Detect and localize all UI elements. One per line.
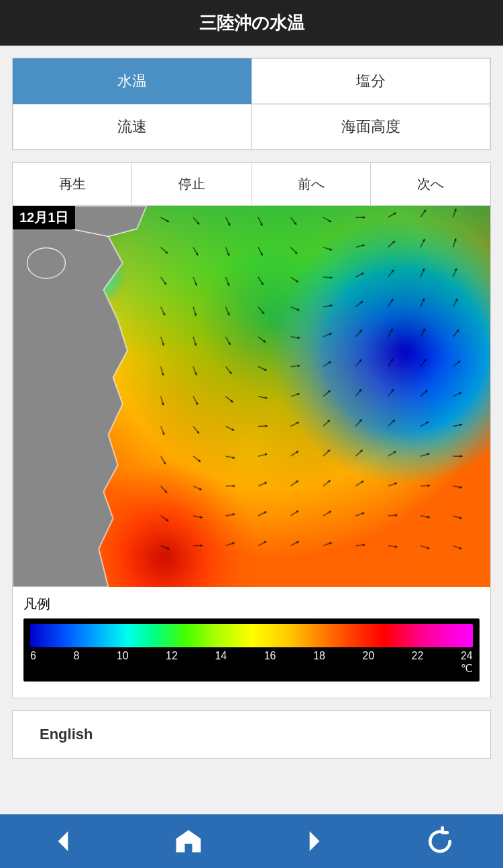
legend-title: 凡例 [23,595,480,613]
stop-button[interactable]: 停止 [132,163,252,205]
tab-grid: 水温 塩分 流速 海面高度 [12,58,491,150]
tab-enso[interactable]: 塩分 [252,58,490,104]
legend-gradient-canvas [30,624,473,647]
home-button[interactable] [174,826,203,856]
playback-controls: 再生 停止 前へ 次へ [13,163,490,206]
page-header: 三陸沖の水温 [0,0,503,46]
legend-section: 凡例 6 8 10 12 14 16 18 20 22 24℃ [13,587,490,687]
bottom-nav [0,814,503,868]
refresh-icon [425,826,455,856]
main-content: 水温 塩分 流速 海面高度 再生 停止 前へ 次へ [0,46,503,814]
legend-labels: 6 8 10 12 14 16 18 20 22 24℃ [30,650,473,675]
refresh-button[interactable] [425,826,455,856]
ocean-map [13,206,490,587]
forward-icon [300,826,329,856]
tab-kaimen[interactable]: 海面高度 [252,104,490,150]
english-section: English [12,710,491,759]
legend-bar: 6 8 10 12 14 16 18 20 22 24℃ [23,618,480,682]
map-container: 12月1日 [13,206,490,587]
svg-marker-1 [309,831,319,851]
svg-marker-0 [58,831,68,851]
page-title: 三陸沖の水温 [199,11,304,35]
back-icon [48,826,78,856]
play-button[interactable]: 再生 [13,163,132,205]
legend-max-value: 24℃ [461,650,473,675]
back-button[interactable] [48,826,78,856]
content-panel: 再生 停止 前へ 次へ 12月1日 凡例 6 8 [12,162,491,698]
forward-button[interactable] [300,826,329,856]
english-button[interactable]: English [13,711,119,758]
date-label: 12月1日 [13,206,75,229]
next-button[interactable]: 次へ [371,163,490,205]
prev-button[interactable]: 前へ [252,163,371,205]
tab-suion[interactable]: 水温 [13,58,252,104]
tab-ryusoku[interactable]: 流速 [13,104,252,150]
home-icon [174,826,203,856]
